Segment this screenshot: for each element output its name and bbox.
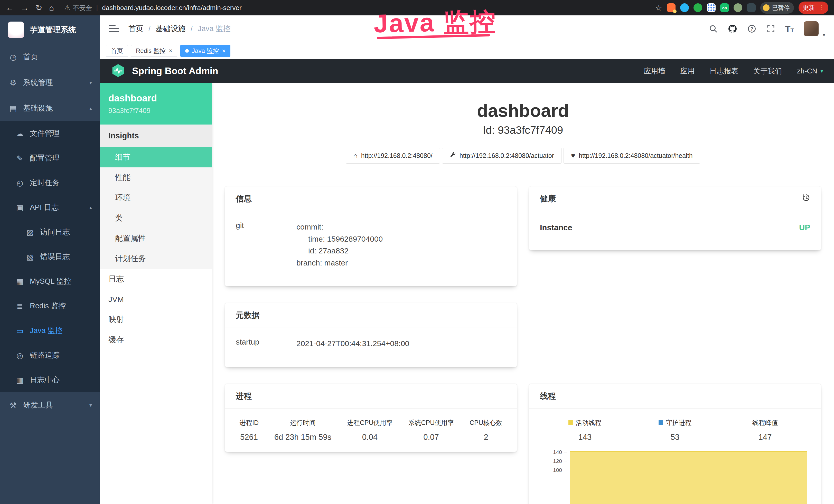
- back-icon[interactable]: ←: [6, 3, 14, 13]
- tab-home[interactable]: 首页: [106, 45, 128, 57]
- sba-item-metrics[interactable]: 性能: [100, 167, 212, 188]
- app-logo-row[interactable]: 芋道管理系统: [0, 16, 100, 44]
- sidebar-item-file[interactable]: ☁ 文件管理: [0, 121, 100, 146]
- close-icon[interactable]: ×: [169, 48, 172, 54]
- sba-item-details[interactable]: 细节: [100, 147, 212, 167]
- sidebar-item-label: 首页: [23, 52, 38, 62]
- forward-icon[interactable]: →: [21, 3, 29, 13]
- sba-group-insights[interactable]: Insights: [100, 124, 212, 147]
- font-size-icon[interactable]: TT: [785, 24, 794, 34]
- clock-icon: ◴: [15, 179, 25, 187]
- help-icon[interactable]: ?: [747, 24, 756, 33]
- process-cpu: 进程CPU使用率 0.04: [347, 418, 393, 442]
- sba-brand[interactable]: Spring Boot Admin: [132, 66, 218, 76]
- sidebar-item-api-log[interactable]: ▣ API 日志 ▴: [0, 195, 100, 220]
- sba-item-caches[interactable]: 缓存: [100, 330, 212, 350]
- extension-icon-drop[interactable]: [680, 3, 689, 12]
- sba-item-classes[interactable]: 类: [100, 208, 212, 228]
- tab-java-monitor[interactable]: Java 监控 ×: [180, 45, 231, 57]
- security-status[interactable]: ⚠ 不安全: [64, 4, 92, 12]
- sidebar-item-label: 访问日志: [40, 227, 70, 237]
- threads-live: 活动线程 143: [540, 418, 630, 442]
- sba-item-mappings[interactable]: 映射: [100, 310, 212, 330]
- edit-icon: ✎: [15, 154, 25, 163]
- sba-item-scheduled-tasks[interactable]: 计划任务: [100, 249, 212, 269]
- close-icon[interactable]: ×: [222, 48, 225, 54]
- sidebar-item-infra[interactable]: ▤ 基础设施 ▴: [0, 95, 100, 121]
- health-card-title: 健康: [540, 193, 556, 204]
- sidebar-item-error-log[interactable]: ▧ 错误日志: [0, 245, 100, 269]
- profile-paused-chip[interactable]: 已暂停: [760, 2, 794, 14]
- browser-home-icon[interactable]: ⌂: [49, 3, 54, 13]
- screen: ← → ↻ ⌂ ⚠ 不安全 | dashboard.yudao.iocoder.…: [0, 0, 834, 504]
- sba-nav-wallboard[interactable]: 应用墙: [644, 66, 665, 76]
- language-label: zh-CN: [797, 67, 817, 75]
- sba-language-select[interactable]: zh-CN ▾: [797, 67, 823, 75]
- breadcrumb-home[interactable]: 首页: [128, 24, 143, 34]
- extension-icon-grid[interactable]: [707, 3, 716, 12]
- info-line: id: 27aa832: [297, 245, 506, 257]
- link-actuator-url[interactable]: http://192.168.0.2:48080/actuator: [442, 147, 562, 164]
- user-avatar[interactable]: [804, 21, 818, 36]
- extension-icon-puzzle[interactable]: [747, 3, 756, 12]
- sba-item-logs[interactable]: 日志: [100, 269, 212, 289]
- sba-item-jvm[interactable]: JVM: [100, 289, 212, 310]
- sidebar-item-java[interactable]: ▭ Java 监控: [0, 318, 100, 343]
- threads-card-title: 线程: [529, 384, 821, 409]
- sba-nav-about[interactable]: 关于我们: [753, 66, 782, 76]
- history-icon[interactable]: [802, 193, 810, 204]
- chart-area-live-threads: [570, 451, 807, 504]
- browser-chrome: ← → ↻ ⌂ ⚠ 不安全 | dashboard.yudao.iocoder.…: [0, 0, 834, 16]
- extension-icon-fox[interactable]: [667, 3, 676, 12]
- sidebar-item-trace[interactable]: ◎ 链路追踪: [0, 343, 100, 368]
- app-logo: [8, 22, 24, 38]
- sidebar-item-mysql[interactable]: ▦ MySQL 监控: [0, 269, 100, 294]
- sidebar-item-log-center[interactable]: ▥ 日志中心: [0, 368, 100, 392]
- sidebar-item-system[interactable]: ⚙ 系统管理 ▾: [0, 70, 100, 95]
- link-service-url[interactable]: ⌂ http://192.168.0.2:48080/: [346, 147, 440, 164]
- update-label: 更新: [803, 4, 815, 12]
- sba-item-environment[interactable]: 环境: [100, 188, 212, 208]
- url-text[interactable]: dashboard.yudao.iocoder.cn/infra/admin-s…: [102, 4, 241, 12]
- link-health-url[interactable]: ♥ http://192.168.0.2:48080/actuator/heal…: [564, 147, 700, 164]
- sidebar-item-config[interactable]: ✎ 配置管理: [0, 146, 100, 170]
- address-bar[interactable]: ⚠ 不安全 | dashboard.yudao.iocoder.cn/infra…: [64, 4, 649, 12]
- health-row-instance[interactable]: Instance UP: [540, 223, 810, 240]
- sba-nav-journal[interactable]: 日志报表: [710, 66, 739, 76]
- sidebar-item-dev-tools[interactable]: ⚒ 研发工具 ▾: [0, 392, 100, 418]
- github-icon[interactable]: [728, 24, 738, 33]
- update-button[interactable]: 更新 ⋮: [798, 2, 828, 14]
- tools-icon: ⚒: [8, 401, 18, 410]
- page-title: dashboard: [225, 100, 821, 121]
- navbar-actions: ? TT ▾: [709, 20, 825, 38]
- sidebar-item-access-log[interactable]: ▨ 访问日志: [0, 220, 100, 245]
- fullscreen-icon[interactable]: [766, 24, 775, 33]
- extension-badge: [673, 9, 677, 13]
- breadcrumb-infra[interactable]: 基础设施: [156, 24, 185, 34]
- threads-chart: 140 120 100: [540, 449, 810, 498]
- sidebar-item-home[interactable]: ◷ 首页: [0, 44, 100, 70]
- refresh-icon[interactable]: ↻: [36, 3, 42, 13]
- hamburger-icon[interactable]: [109, 25, 119, 32]
- sba-nav-applications[interactable]: 应用: [680, 66, 695, 76]
- sidebar-item-job[interactable]: ◴ 定时任务: [0, 170, 100, 195]
- extension-icon-switch[interactable]: on: [720, 3, 729, 12]
- tab-redis-monitor[interactable]: Redis 监控 ×: [131, 45, 177, 57]
- bookmark-star-icon[interactable]: ☆: [655, 3, 662, 12]
- file-icon: ☁: [15, 129, 25, 138]
- sba-logo-icon[interactable]: [111, 63, 125, 79]
- sidebar-item-label: 日志中心: [30, 375, 60, 385]
- access-log-icon: ▨: [25, 228, 35, 237]
- extension-icon-leaf[interactable]: [733, 3, 742, 12]
- chevron-down-icon: ▾: [89, 79, 92, 86]
- instance-header[interactable]: dashboard 93a3fc7f7409: [100, 83, 212, 124]
- security-label: 不安全: [73, 4, 92, 12]
- process-card: 进程 进程ID 5261 运行时间: [225, 384, 517, 452]
- search-icon[interactable]: [709, 24, 718, 33]
- sidebar-item-label: API 日志: [30, 202, 59, 212]
- browser-menu-dots-icon[interactable]: ⋮: [818, 4, 824, 11]
- sidebar-item-label: Java 监控: [30, 325, 62, 336]
- sidebar-item-redis[interactable]: ≣ Redis 监控: [0, 294, 100, 318]
- sba-item-configprops[interactable]: 配置属性: [100, 228, 212, 249]
- extension-icon-green[interactable]: [694, 3, 702, 12]
